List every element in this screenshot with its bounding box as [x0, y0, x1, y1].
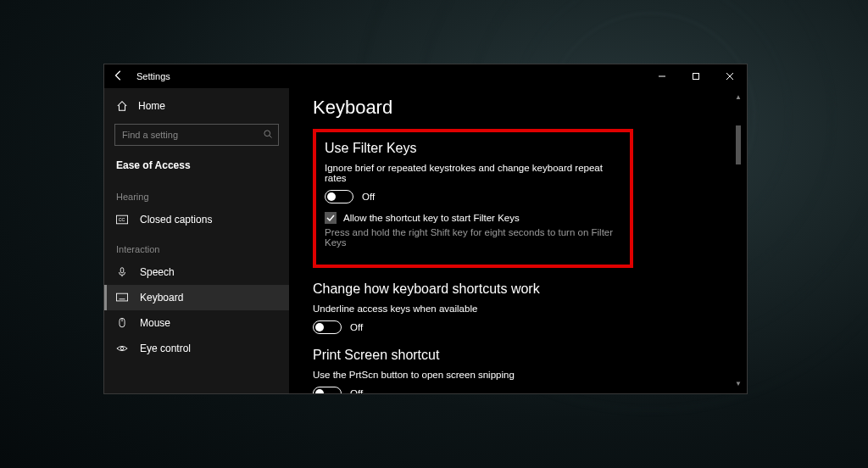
shortcuts-toggle-row: Off — [313, 320, 743, 334]
content-area: Keyboard Use Filter Keys Ignore brief or… — [289, 88, 747, 393]
sidebar-item-label: Eye control — [140, 343, 191, 354]
filter-keys-toggle-state: Off — [362, 192, 375, 202]
shortcuts-toggle[interactable] — [313, 320, 342, 334]
sidebar-item-speech[interactable]: Speech — [104, 259, 289, 285]
sidebar: Home Ease of Access Hearing CC Closed ca… — [104, 88, 289, 393]
sidebar-item-label: Closed captions — [140, 214, 212, 226]
window-controls — [645, 64, 747, 88]
scroll-thumb[interactable] — [736, 125, 741, 164]
svg-line-3 — [270, 136, 272, 138]
svg-point-2 — [264, 131, 270, 136]
prtscn-toggle-row: Off — [313, 387, 743, 393]
sidebar-item-closed-captions[interactable]: CC Closed captions — [104, 207, 289, 232]
group-header-interaction: Interaction — [104, 232, 289, 259]
search-input[interactable] — [122, 130, 249, 140]
sidebar-item-label: Keyboard — [140, 292, 183, 304]
prtscn-toggle[interactable] — [313, 387, 342, 393]
sidebar-item-eye-control[interactable]: Eye control — [104, 336, 289, 361]
keyboard-icon — [116, 292, 128, 304]
filter-keys-toggle-row: Off — [325, 190, 618, 203]
titlebar-left: Settings — [113, 70, 170, 84]
settings-window: Settings Home — [103, 64, 748, 394]
svg-point-12 — [120, 347, 124, 350]
filter-keys-checkbox-hint: Press and hold the right Shift key for e… — [325, 227, 618, 248]
home-icon — [116, 100, 128, 112]
filter-keys-title: Use Filter Keys — [325, 141, 618, 156]
mic-icon — [116, 266, 128, 278]
filter-keys-checkbox-label: Allow the shortcut key to start Filter K… — [343, 213, 520, 223]
filter-keys-checkbox-row: Allow the shortcut key to start Filter K… — [325, 212, 618, 224]
svg-rect-7 — [116, 293, 127, 301]
minimize-button[interactable] — [645, 64, 679, 88]
shortcuts-title: Change how keyboard shortcuts work — [313, 281, 743, 297]
body: Home Ease of Access Hearing CC Closed ca… — [104, 88, 747, 393]
sidebar-item-label: Mouse — [140, 317, 170, 329]
shortcuts-toggle-state: Off — [350, 322, 363, 332]
cc-icon: CC — [116, 214, 128, 226]
sidebar-item-label: Speech — [140, 266, 175, 278]
home-label: Home — [138, 100, 165, 112]
filter-keys-toggle[interactable] — [325, 190, 353, 203]
search-wrap — [104, 124, 289, 154]
eye-icon — [116, 343, 128, 354]
page-title: Keyboard — [313, 88, 743, 129]
search-box[interactable] — [114, 124, 279, 146]
content-scrollbar[interactable]: ▲ ▼ — [733, 93, 743, 388]
filter-keys-highlight: Use Filter Keys Ignore brief or repeated… — [313, 129, 633, 268]
filter-keys-desc: Ignore brief or repeated keystrokes and … — [325, 163, 618, 183]
search-icon — [263, 127, 273, 142]
titlebar: Settings — [104, 64, 747, 88]
scroll-up-icon[interactable]: ▲ — [734, 93, 743, 102]
svg-rect-1 — [693, 74, 699, 80]
filter-keys-checkbox[interactable] — [325, 212, 337, 224]
scroll-track[interactable] — [736, 102, 741, 380]
svg-rect-6 — [120, 268, 124, 273]
prtscn-title: Print Screen shortcut — [313, 348, 743, 363]
prtscn-desc: Use the PrtScn button to open screen sni… — [313, 370, 743, 380]
category-title: Ease of Access — [104, 154, 289, 180]
shortcuts-desc: Underline access keys when available — [313, 304, 743, 314]
sidebar-item-mouse[interactable]: Mouse — [104, 310, 289, 336]
sidebar-item-keyboard[interactable]: Keyboard — [104, 285, 289, 310]
svg-text:CC: CC — [119, 217, 125, 222]
scroll-down-icon[interactable]: ▼ — [734, 380, 743, 388]
maximize-button[interactable] — [679, 64, 713, 88]
group-header-hearing: Hearing — [104, 180, 289, 207]
back-button[interactable] — [113, 70, 125, 84]
prtscn-toggle-state: Off — [350, 388, 363, 393]
home-button[interactable]: Home — [104, 95, 289, 117]
close-button[interactable] — [713, 64, 747, 88]
mouse-icon — [116, 317, 128, 329]
window-title: Settings — [136, 71, 170, 81]
